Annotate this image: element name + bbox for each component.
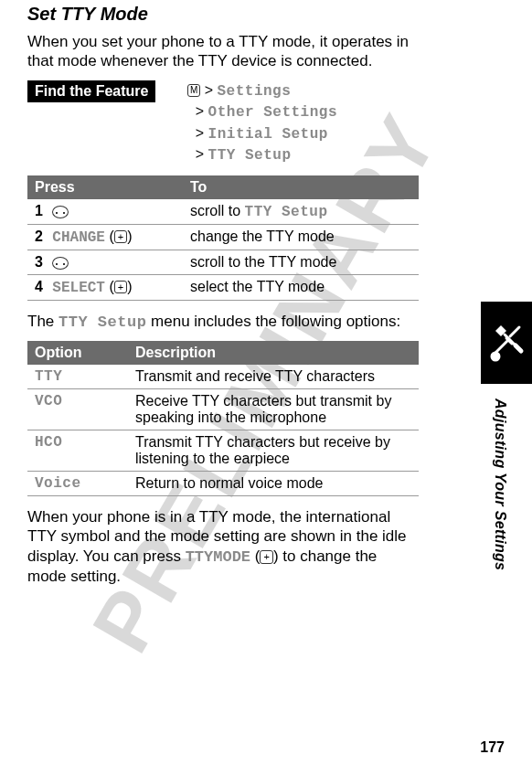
page-number: 177 [480, 739, 505, 756]
path-sep: > [196, 125, 204, 141]
option-name: Voice [27, 472, 128, 496]
steps-header-press: Press [27, 175, 183, 199]
table-row: 3 scroll to the TTY mode [27, 250, 419, 274]
path-level-2: Other Settings [208, 104, 337, 121]
chapter-tab [481, 302, 532, 384]
step-to-text: scroll to the TTY mode [183, 250, 419, 274]
table-row: VCO Receive TTY characters but transmit … [27, 389, 419, 430]
option-name: VCO [27, 389, 128, 430]
table-row: 4 SELECT (+) select the TTY mode [27, 274, 419, 300]
nav-key-icon [52, 257, 69, 270]
options-header-option: Option [27, 341, 128, 365]
menu-name: TTY Setup [59, 313, 146, 331]
path-level-1: Settings [218, 83, 292, 100]
table-row: HCO Transmit TTY characters but receive … [27, 430, 419, 472]
step-to-mono: TTY Setup [245, 204, 328, 220]
options-table: Option Description TTY Transmit and rece… [27, 341, 419, 496]
step-number: 1 [35, 203, 43, 218]
path-sep: > [196, 146, 204, 162]
path-level-3: Initial Setup [208, 126, 328, 143]
option-name: TTY [27, 365, 128, 389]
option-desc: Transmit and receive TTY characters [128, 365, 419, 389]
steps-table: Press To 1 scroll to TTY Setup 2 CHANGE … [27, 175, 419, 301]
svg-point-0 [492, 353, 499, 360]
option-name: HCO [27, 430, 128, 472]
find-feature-label: Find the Feature [27, 80, 155, 102]
text: menu includes the following options: [146, 313, 400, 330]
options-intro: The TTY Setup menu includes the followin… [27, 312, 419, 332]
settings-tools-icon [488, 318, 525, 367]
step-to-text: scroll to [190, 203, 245, 218]
softkey-icon: + [114, 230, 127, 243]
table-row: TTY Transmit and receive TTY characters [27, 365, 419, 389]
nav-key-icon [52, 206, 69, 218]
table-row: 2 CHANGE (+) change the TTY mode [27, 224, 419, 250]
softkey-label: TTYMODE [186, 548, 250, 566]
softkey-label: CHANGE [52, 229, 105, 246]
path-sep: > [196, 103, 204, 119]
table-row: 1 scroll to TTY Setup [27, 199, 419, 225]
step-to-text: change the TTY mode [183, 224, 419, 250]
intro-paragraph: When you set your phone to a TTY mode, i… [27, 32, 419, 71]
closing-paragraph: When your phone is in a TTY mode, the in… [27, 507, 419, 586]
path-level-4: TTY Setup [208, 147, 292, 164]
text: ( [250, 547, 260, 565]
steps-header-to: To [183, 175, 419, 199]
path-sep: > [205, 82, 213, 98]
option-desc: Receive TTY characters but transmit by s… [128, 389, 419, 430]
section-heading: Set TTY Mode [27, 4, 419, 25]
step-number: 2 [35, 228, 43, 244]
softkey-icon: + [114, 281, 127, 293]
menu-path: M > Settings > Other Settings > Initial … [187, 80, 337, 166]
options-header-description: Description [128, 341, 419, 365]
option-desc: Transmit TTY characters but receive by l… [128, 430, 419, 472]
option-desc: Return to normal voice mode [128, 472, 419, 496]
step-to-text: select the TTY mode [183, 274, 419, 300]
side-section-label: Adjusting Your Settings [492, 398, 508, 570]
menu-key-icon: M [187, 84, 200, 97]
table-row: Voice Return to normal voice mode [27, 472, 419, 496]
find-feature-block: Find the Feature M > Settings > Other Se… [27, 80, 419, 166]
step-number: 4 [35, 279, 43, 294]
text: The [27, 313, 59, 330]
softkey-icon: + [260, 550, 272, 565]
softkey-label: SELECT [52, 280, 105, 296]
step-number: 3 [35, 254, 43, 270]
